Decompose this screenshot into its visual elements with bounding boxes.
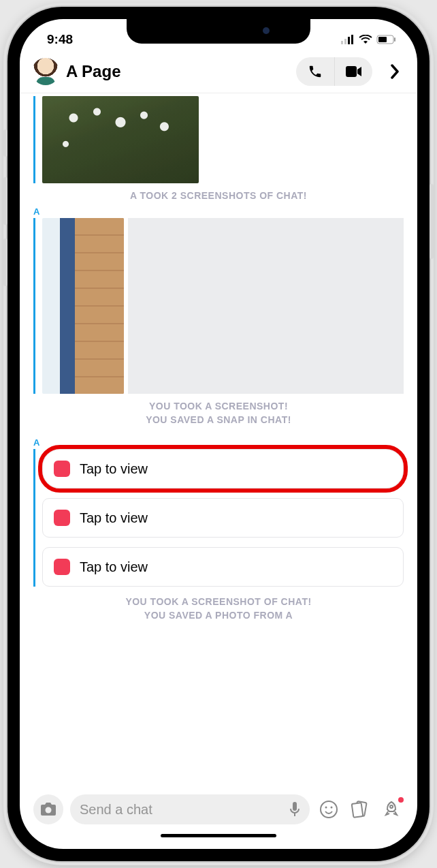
- chat-image[interactable]: [42, 96, 199, 183]
- snap-label: Tap to view: [80, 461, 148, 477]
- camera-button[interactable]: [33, 794, 63, 824]
- screen: 9:48 A Page: [20, 19, 417, 849]
- snap-tap-to-view[interactable]: Tap to view: [42, 449, 404, 489]
- video-icon: [346, 66, 362, 77]
- svg-rect-6: [394, 37, 395, 42]
- cellular-icon: [341, 35, 355, 44]
- svg-point-11: [321, 801, 337, 818]
- device-frame: 9:48 A Page: [7, 7, 430, 861]
- battery-icon: [376, 35, 397, 44]
- system-message: YOU TOOK A SCREENSHOT OF CHAT!: [33, 596, 404, 607]
- svg-rect-1: [344, 39, 346, 44]
- svg-point-13: [331, 807, 333, 809]
- chat-info-button[interactable]: [379, 64, 405, 79]
- video-call-button[interactable]: [334, 57, 372, 86]
- snap-indicator-icon: [54, 510, 70, 526]
- snap-indicator-icon: [54, 559, 70, 575]
- svg-rect-9: [293, 802, 297, 811]
- system-message: YOU TOOK A SCREENSHOT!: [33, 401, 404, 412]
- svg-point-12: [325, 807, 327, 809]
- system-message: YOU SAVED A SNAP IN CHAT!: [33, 414, 404, 425]
- sender-label: A: [33, 437, 404, 448]
- wifi-icon: [359, 35, 372, 44]
- mic-icon[interactable]: [289, 802, 300, 817]
- system-message: YOU SAVED A PHOTO FROM A: [33, 610, 404, 621]
- chat-body[interactable]: A TOOK 2 SCREENSHOTS OF CHAT! A YOU TOOK…: [20, 93, 417, 789]
- snap-indicator-icon: [54, 461, 70, 477]
- system-message: A TOOK 2 SCREENSHOTS OF CHAT!: [33, 190, 404, 201]
- snap-tap-to-view[interactable]: Tap to view: [42, 498, 404, 538]
- rocket-icon: [382, 800, 401, 819]
- call-pill: [296, 57, 372, 86]
- rocket-button[interactable]: [379, 797, 404, 822]
- avatar[interactable]: [32, 58, 59, 85]
- snap-tap-to-view[interactable]: Tap to view: [42, 547, 404, 587]
- chat-footer: Send a chat: [20, 789, 417, 830]
- svg-point-8: [46, 807, 52, 813]
- svg-rect-15: [352, 803, 363, 818]
- svg-rect-5: [378, 37, 387, 42]
- chat-header: A Page: [20, 53, 417, 93]
- svg-rect-3: [351, 35, 353, 44]
- svg-rect-0: [341, 41, 343, 44]
- home-indicator[interactable]: [20, 830, 417, 849]
- emoji-button[interactable]: [317, 797, 341, 822]
- notch: [127, 19, 310, 44]
- phone-icon: [308, 64, 323, 79]
- gallery-button[interactable]: [348, 797, 372, 822]
- cards-icon: [350, 800, 370, 819]
- chat-input-placeholder: Send a chat: [80, 802, 282, 818]
- smiley-icon: [319, 800, 338, 819]
- snap-label: Tap to view: [80, 559, 148, 575]
- notification-dot-icon: [398, 797, 404, 803]
- svg-rect-7: [346, 66, 357, 77]
- camera-icon: [40, 803, 56, 816]
- svg-point-16: [390, 805, 393, 808]
- chat-image-placeholder[interactable]: [128, 218, 404, 394]
- chat-input[interactable]: Send a chat: [70, 794, 310, 824]
- audio-call-button[interactable]: [296, 57, 334, 86]
- sender-label: A: [33, 206, 404, 217]
- svg-rect-2: [348, 37, 350, 44]
- chevron-right-icon: [390, 64, 400, 79]
- snap-label: Tap to view: [80, 510, 148, 526]
- status-time: 9:48: [47, 32, 73, 47]
- chat-name[interactable]: A Page: [66, 62, 289, 81]
- chat-image[interactable]: [42, 218, 124, 394]
